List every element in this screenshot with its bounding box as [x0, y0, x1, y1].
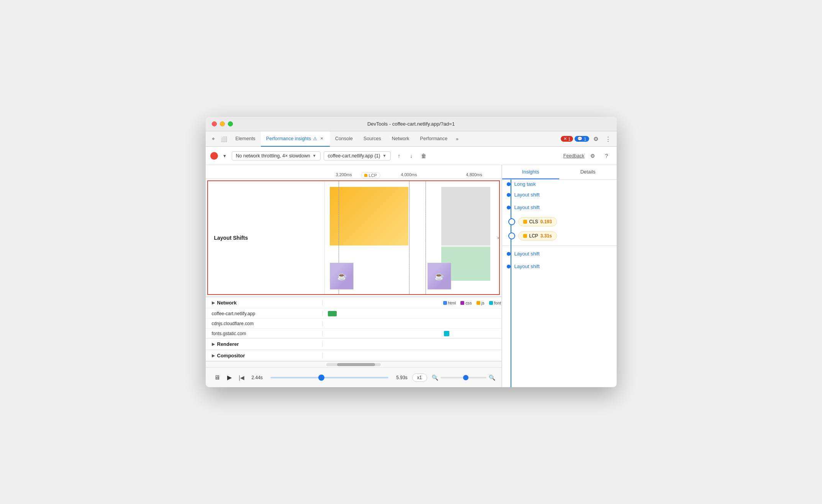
device-icon[interactable]: ⬜ — [219, 134, 229, 144]
insight-link-2[interactable]: Layout shift — [514, 205, 540, 210]
network-section: ▶ Network html css — [206, 296, 501, 338]
insight-item-2: Layout shift — [502, 201, 617, 214]
close-button[interactable] — [212, 121, 217, 126]
shift-rect-gray[interactable] — [441, 187, 490, 245]
error-icon: ✕ — [563, 136, 567, 141]
tab-console[interactable]: Console — [330, 131, 358, 147]
zoom-thumb[interactable] — [463, 375, 468, 380]
zoom-in-icon[interactable]: 🔍 — [489, 375, 495, 381]
timeline-slider[interactable] — [270, 377, 389, 378]
window-title: DevTools - coffee-cart.netlify.app/?ad=1 — [367, 121, 455, 127]
screenshot-image-1: ☕ — [330, 263, 353, 289]
settings-icon[interactable]: ⚙ — [588, 151, 598, 161]
net-bar-1 — [328, 311, 337, 316]
tab-sources[interactable]: Sources — [358, 131, 386, 147]
lcp-label: LCP — [529, 233, 538, 239]
network-row-3[interactable]: fonts.gstatic.com — [206, 328, 501, 338]
skip-to-start-icon[interactable]: |◀ — [236, 372, 247, 383]
tab-close-icon[interactable]: ✕ — [319, 136, 324, 141]
screenshot-thumb-2[interactable]: ☕ — [427, 263, 451, 290]
network-row-2[interactable]: cdnjs.cloudflare.com — [206, 318, 501, 328]
help-icon[interactable]: ? — [601, 151, 612, 161]
lcp-marker: LCP — [361, 172, 380, 178]
title-bar: DevTools - coffee-cart.netlify.app/?ad=1 — [206, 117, 617, 131]
speed-badge[interactable]: x1 — [412, 373, 427, 382]
upload-icon[interactable]: ↑ — [394, 151, 404, 161]
settings-icon[interactable]: ⚙ — [591, 134, 601, 144]
throttle-dropdown[interactable]: No network throttling, 4× slowdown ▼ — [232, 151, 321, 160]
layout-shifts-content: ☕ ☕ › — [325, 181, 499, 294]
network-timeline-1 — [323, 309, 501, 318]
network-timeline-2 — [323, 319, 501, 328]
network-label: ▶ Network — [206, 300, 323, 306]
legend-css: css — [460, 301, 472, 305]
scrollbar-thumb[interactable] — [337, 363, 375, 366]
insight-item-1: Layout shift — [502, 188, 617, 201]
download-icon[interactable]: ↓ — [406, 151, 417, 161]
expand-renderer-icon[interactable]: ▶ — [212, 342, 215, 346]
zoom-slider[interactable] — [440, 377, 486, 378]
chevron-down-icon: ▼ — [313, 154, 316, 158]
cursor-icon[interactable]: ⌖ — [209, 134, 218, 144]
screenshot-thumb-1[interactable]: ☕ — [330, 263, 354, 290]
legend-font: font — [489, 301, 501, 305]
delete-icon[interactable]: 🗑 — [418, 151, 429, 161]
legend-html: html — [443, 301, 456, 305]
chevron-down-icon: ▼ — [383, 154, 386, 158]
tab-overflow[interactable]: » — [453, 136, 462, 142]
more-options-icon[interactable]: ⋮ — [603, 134, 614, 144]
insights-tab[interactable]: Insights — [502, 165, 560, 179]
minimize-button[interactable] — [220, 121, 225, 126]
feedback-link[interactable]: Feedback — [563, 153, 585, 159]
insight-item-3: Layout shift — [502, 247, 617, 260]
tab-performance[interactable]: Performance — [415, 131, 453, 147]
toolbar: ▼ No network throttling, 4× slowdown ▼ c… — [206, 147, 617, 165]
details-tab[interactable]: Details — [559, 165, 617, 179]
compositor-section: ▶ Compositor — [206, 350, 501, 361]
dashed-line-3 — [426, 181, 426, 294]
expand-compositor-icon[interactable]: ▶ — [212, 353, 215, 358]
html-color — [443, 301, 447, 305]
insight-link-4[interactable]: Layout shift — [514, 263, 540, 269]
time-marker-1: 3,200ms — [336, 172, 352, 177]
scrollbar-track[interactable] — [326, 363, 381, 366]
insight-link-1[interactable]: Layout shift — [514, 192, 540, 198]
legend-js: js — [476, 301, 485, 305]
layout-shifts-label: Layout Shifts — [208, 181, 325, 294]
tab-performance-insights[interactable]: Performance insights ⚠ ✕ — [261, 131, 330, 147]
chat-icon: 💬 — [577, 136, 583, 141]
insight-link-longtask[interactable]: Long task — [514, 181, 536, 187]
warning-icon: ⚠ — [313, 136, 317, 141]
network-host-2: cdnjs.cloudflare.com — [206, 321, 323, 326]
compositor-label: ▶ Compositor — [206, 353, 323, 358]
record-button[interactable] — [210, 152, 218, 160]
lcp-square — [523, 234, 527, 238]
layout-shifts-row: Layout Shifts ☕ — [207, 180, 500, 295]
cls-badge-row: CLS 0.193 — [502, 214, 617, 230]
tab-bar: ⌖ ⬜ Elements Performance insights ⚠ ✕ Co… — [206, 131, 617, 147]
fullscreen-button[interactable] — [228, 121, 233, 126]
cls-square — [523, 220, 527, 224]
network-row-1[interactable]: coffee-cart.netlify.app — [206, 308, 501, 318]
tab-network[interactable]: Network — [386, 131, 415, 147]
screenshot-icon[interactable]: 🖥 — [212, 372, 223, 383]
tab-elements[interactable]: Elements — [230, 131, 261, 147]
net-bar-3 — [444, 331, 449, 336]
insight-link-3[interactable]: Layout shift — [514, 251, 540, 257]
network-timeline-3 — [323, 329, 501, 338]
lcp-circle — [508, 232, 515, 239]
renderer-section: ▶ Renderer — [206, 338, 501, 350]
play-button[interactable]: ▶ — [227, 374, 232, 381]
cls-label: CLS — [529, 219, 538, 224]
insight-dot — [507, 193, 511, 197]
scroll-right-icon[interactable]: › — [498, 235, 499, 241]
tab-bar-right: ✕ 1 💬 1 ⚙ ⋮ — [561, 134, 613, 144]
shift-rect-orange[interactable] — [330, 187, 408, 245]
record-dropdown-icon[interactable]: ▼ — [221, 152, 229, 160]
lcp-value: 3.31s — [540, 233, 552, 239]
insight-item-4: Layout shift — [502, 260, 617, 273]
expand-icon[interactable]: ▶ — [212, 301, 215, 305]
slider-thumb[interactable] — [318, 375, 324, 381]
target-dropdown[interactable]: coffee-cart.netlify.app (1) ▼ — [324, 151, 391, 160]
zoom-out-icon[interactable]: 🔍 — [432, 375, 438, 381]
